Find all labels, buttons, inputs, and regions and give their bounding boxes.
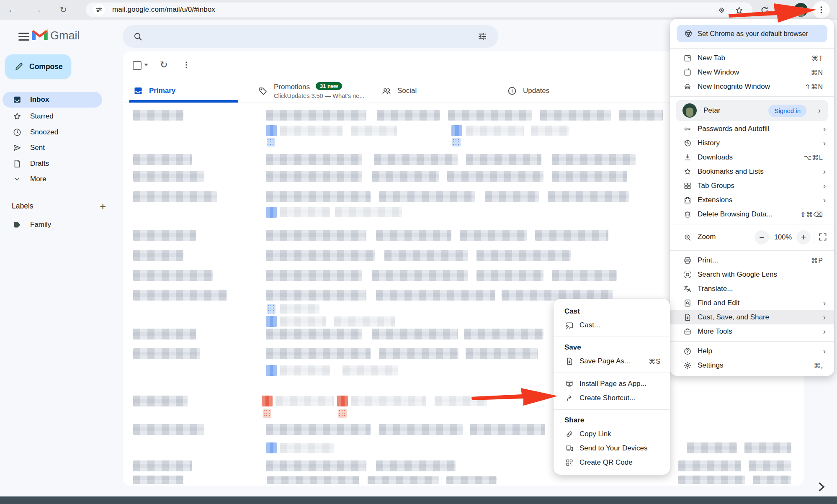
extension-clipboard-icon[interactable] — [775, 3, 790, 18]
redacted-text-block — [687, 442, 737, 453]
sidebar-item-starred[interactable]: Starred — [3, 108, 102, 124]
menu-item-new-window[interactable]: New Window⌘N — [670, 65, 834, 80]
url-text[interactable]: mail.google.com/mail/u/0/#inbox — [112, 5, 215, 14]
tab-social[interactable]: Social — [374, 80, 497, 103]
menu-item-help[interactable]: Help› — [670, 344, 834, 358]
sidebar-item-more[interactable]: More — [3, 171, 102, 187]
redacted-text-block — [749, 460, 791, 471]
select-all-checkbox[interactable] — [133, 61, 142, 70]
submenu-item-copy-link[interactable]: Copy Link — [554, 427, 670, 441]
submenu-item-create-qr-code[interactable]: Create QR Code — [554, 455, 670, 470]
menu-item-delete-browsing-data[interactable]: Delete Browsing Data...⇧⌘⌫ — [670, 207, 834, 221]
print-icon — [683, 256, 692, 265]
menu-item-label: Cast, Save, and Share — [698, 313, 769, 321]
redacted-text-block — [470, 424, 545, 435]
hamburger-menu-button[interactable] — [8, 27, 25, 46]
menu-item-new-tab[interactable]: New Tab⌘T — [670, 51, 834, 65]
info-icon — [507, 86, 517, 96]
redacted-text-block — [262, 396, 273, 406]
tab-label: Social — [397, 87, 417, 95]
menu-item-label: Tab Groups — [698, 182, 734, 190]
zoom-out-button[interactable]: − — [755, 230, 769, 244]
separator-line — [670, 341, 834, 342]
redacted-text-block — [266, 171, 362, 182]
sidebar-label-family[interactable]: Family — [3, 217, 102, 233]
sidebar-item-drafts[interactable]: Drafts — [3, 156, 102, 172]
back-button[interactable]: ← — [5, 2, 19, 17]
submenu-item-create-shortcut[interactable]: Create Shortcut... — [554, 391, 670, 405]
menu-item-history[interactable]: History› — [670, 136, 834, 150]
compose-button[interactable]: Compose — [5, 54, 71, 79]
menu-item-label: Extensions — [698, 196, 732, 204]
redacted-text-block — [267, 304, 276, 314]
menu-item-find-and-edit[interactable]: Find and Edit› — [670, 296, 834, 310]
extension-reload-icon[interactable] — [757, 3, 771, 18]
zoom-icon — [683, 233, 692, 242]
search-bar[interactable]: Search mail — [123, 25, 498, 48]
inbox-icon — [13, 95, 22, 104]
menu-item-downloads[interactable]: Downloads⌥⌘L — [670, 150, 834, 165]
chevron-right-icon: › — [818, 106, 821, 115]
sidebar-item-sent[interactable]: Sent — [3, 140, 102, 156]
refresh-mail-button[interactable]: ↻ — [160, 59, 171, 70]
tab-updates[interactable]: Updates — [500, 80, 622, 103]
more-options-icon[interactable] — [182, 60, 191, 69]
reload-button[interactable]: ↻ — [56, 2, 70, 17]
menu-item-cast-save-and-share[interactable]: Cast, Save, and Share› — [670, 310, 834, 324]
submenu-item-cast[interactable]: Cast... — [554, 318, 670, 332]
tab-label: Promotions — [274, 83, 310, 91]
submenu-header-label: Cast — [564, 307, 580, 316]
menu-item-shortcut: ⇧⌘⌫ — [800, 211, 823, 219]
sidebar-item-inbox[interactable]: Inbox — [3, 92, 102, 108]
profile-menu-item[interactable]: PetarSigned in› — [676, 100, 828, 121]
site-info-button[interactable] — [93, 4, 105, 16]
menu-item-bookmarks-and-lists[interactable]: Bookmarks and Lists› — [670, 165, 834, 179]
submenu-item-install-page-as-app[interactable]: Install Page as App... — [554, 377, 670, 391]
redacted-text-block — [476, 250, 571, 261]
download-icon — [683, 153, 692, 162]
new-tab-icon — [683, 54, 692, 62]
submenu-item-label: Install Page as App... — [579, 380, 646, 388]
tab-primary[interactable]: Primary — [126, 80, 248, 103]
profile-name: Petar — [703, 106, 721, 115]
profile-avatar[interactable] — [794, 3, 808, 17]
redacted-text-block — [619, 110, 663, 121]
bookmark-star-button[interactable] — [732, 3, 746, 18]
redacted-text-block — [266, 316, 277, 327]
menu-item-label: Downloads — [698, 153, 733, 162]
submenu-separator — [554, 405, 670, 414]
menu-item-new-incognito-window[interactable]: New Incognito Window⇧⌘N — [670, 80, 834, 94]
menu-item-search-with-google-lens[interactable]: Search with Google Lens — [670, 267, 834, 282]
submenu-item-send-to-your-devices[interactable]: Send to Your Devices — [554, 441, 670, 455]
redacted-text-block — [351, 396, 426, 406]
menu-item-print[interactable]: Print...⌘P — [670, 253, 834, 267]
zoom-in-button[interactable]: + — [796, 230, 811, 244]
menu-item-translate[interactable]: Translate... — [670, 282, 834, 296]
add-label-button[interactable]: + — [100, 200, 106, 213]
redacted-text-block — [368, 476, 439, 484]
fullscreen-button[interactable] — [817, 231, 828, 242]
link-icon — [565, 430, 574, 438]
menu-item-passwords-and-autofill[interactable]: Passwords and Autofill› — [670, 122, 834, 136]
tab-promotions[interactable]: Promotions31 newClickUpdates 3.50 — What… — [250, 80, 373, 103]
search-options-icon[interactable] — [477, 31, 487, 41]
reading-mode-icon[interactable] — [714, 3, 729, 18]
redacted-text-block — [451, 125, 462, 136]
sidebar-item-snoozed[interactable]: Snoozed — [3, 124, 102, 140]
history-icon — [683, 139, 692, 147]
menu-item-more-tools[interactable]: More Tools› — [670, 324, 834, 339]
menu-item-settings[interactable]: Settings⌘, — [670, 358, 834, 373]
forward-button[interactable]: → — [30, 2, 44, 17]
browser-menu-button[interactable] — [813, 1, 830, 18]
redacted-text-block — [266, 154, 362, 165]
menu-item-label: Find and Edit — [698, 299, 739, 307]
menu-item-extensions[interactable]: Extensions› — [670, 193, 834, 207]
chrome-icon — [684, 29, 693, 38]
expand-chevron-icon[interactable] — [815, 481, 827, 493]
set-default-browser-banner[interactable]: Set Chrome as your default browser — [677, 25, 827, 42]
select-dropdown-icon[interactable] — [144, 64, 148, 66]
submenu-item-save-page-as[interactable]: Save Page As...⌘S — [554, 354, 670, 368]
incognito-icon — [683, 82, 692, 91]
people-icon — [381, 86, 391, 96]
menu-item-tab-groups[interactable]: Tab Groups› — [670, 179, 834, 193]
